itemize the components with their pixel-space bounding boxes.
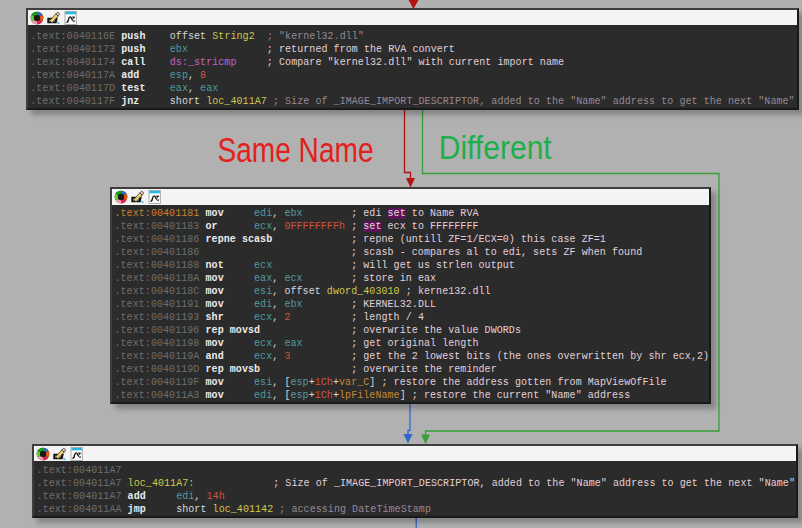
svg-text:Same Name: Same Name bbox=[218, 130, 374, 169]
svg-text:Different: Different bbox=[439, 129, 552, 166]
